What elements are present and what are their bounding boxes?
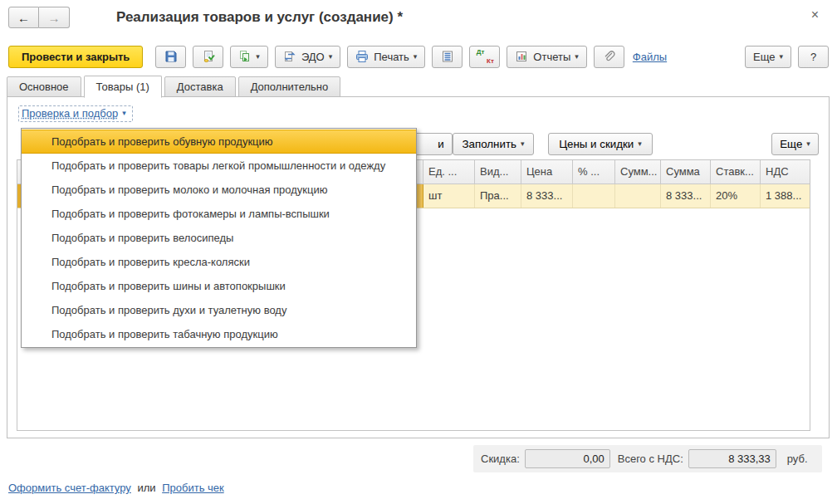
- report-chart-icon: [515, 50, 528, 63]
- cell-price[interactable]: 8 333...: [521, 184, 573, 208]
- menu-item[interactable]: Подобрать и проверить велосипеды: [22, 226, 416, 250]
- chevron-down-icon: [575, 53, 579, 61]
- tab-delivery[interactable]: Доставка: [164, 76, 236, 97]
- column-sum[interactable]: Сумма: [661, 160, 711, 183]
- menu-item[interactable]: Подобрать и проверить фотокамеры и лампы…: [22, 202, 416, 226]
- cell-kind[interactable]: Пра...: [475, 184, 521, 208]
- partially-hidden-button-label: и: [438, 138, 443, 150]
- register-list-icon: [441, 50, 454, 63]
- back-button[interactable]: ←: [8, 7, 39, 28]
- tab-bar: Основное Товары (1) Доставка Дополнитель…: [7, 75, 343, 97]
- reports-label: Отчеты: [533, 51, 570, 63]
- tab-main[interactable]: Основное: [7, 76, 81, 97]
- fill-label: Заполнить: [463, 138, 516, 150]
- close-icon[interactable]: ×: [811, 8, 819, 22]
- forward-arrow-icon: →: [48, 11, 61, 25]
- table-more-button[interactable]: Еще: [771, 133, 819, 155]
- currency-label: руб.: [787, 453, 808, 465]
- totals-bar: Скидка: 0,00 Всего с НДС: 8 333,33 руб.: [473, 445, 822, 472]
- post-document-button[interactable]: [193, 46, 223, 68]
- post-document-icon: [202, 50, 215, 63]
- edo-label: ЭДО: [301, 51, 325, 63]
- print-button[interactable]: Печать: [347, 46, 425, 68]
- menu-item[interactable]: Подобрать и проверить обувную продукцию: [22, 130, 416, 154]
- floppy-icon: [164, 50, 178, 63]
- debit-label: Дт: [477, 48, 485, 56]
- column-rate[interactable]: Ставк...: [711, 160, 761, 183]
- chevron-down-icon: [638, 140, 642, 148]
- attachments-button[interactable]: [594, 46, 624, 68]
- menu-item[interactable]: Подобрать и проверить кресла-коляски: [22, 250, 416, 274]
- back-arrow-icon: ←: [17, 11, 30, 25]
- post-and-close-button[interactable]: Провести и закрыть: [8, 46, 143, 68]
- menu-item[interactable]: Подобрать и проверить товары легкой пром…: [22, 154, 416, 178]
- reports-button[interactable]: Отчеты: [507, 46, 586, 68]
- paperclip-icon: [602, 50, 615, 63]
- cell-vat[interactable]: 1 388...: [761, 184, 810, 208]
- cell-percent[interactable]: [573, 184, 615, 208]
- column-unit[interactable]: Ед. ...: [423, 160, 475, 183]
- column-price[interactable]: Цена: [521, 160, 573, 183]
- total-with-vat-field[interactable]: 8 333,33: [688, 449, 776, 468]
- main-toolbar: Провести и закрыть ЭДО Печать Дт Кт Отче…: [8, 45, 829, 68]
- cell-sum-discount[interactable]: [615, 184, 661, 208]
- discount-field[interactable]: 0,00: [525, 449, 610, 468]
- total-with-vat-label: Всего с НДС:: [618, 453, 683, 465]
- edo-button[interactable]: ЭДО: [275, 46, 340, 68]
- table-more-label: Еще: [780, 138, 802, 150]
- accounting-entries-button[interactable]: Дт Кт: [469, 46, 500, 68]
- cell-sum[interactable]: 8 333...: [661, 184, 711, 208]
- column-vat[interactable]: НДС: [761, 160, 810, 183]
- menu-item[interactable]: Подобрать и проверить молоко и молочная …: [22, 178, 416, 202]
- cell-rate[interactable]: 20%: [711, 184, 761, 208]
- page-title: Реализация товаров и услуг (создание) *: [116, 9, 403, 26]
- copy-documents-icon: [238, 50, 252, 63]
- create-invoice-link[interactable]: Оформить счет-фактуру: [8, 482, 131, 494]
- forward-button[interactable]: →: [39, 7, 70, 28]
- printer-icon: [355, 50, 369, 63]
- or-text: или: [137, 482, 155, 494]
- prices-discounts-label: Цены и скидки: [559, 138, 634, 150]
- register-button[interactable]: [432, 46, 463, 68]
- check-and-select-dropdown: Подобрать и проверить обувную продукцию …: [21, 128, 417, 348]
- column-kind[interactable]: Вид...: [475, 160, 521, 183]
- chevron-down-icon: [806, 140, 810, 148]
- print-label: Печать: [374, 51, 409, 63]
- footer-actions: Оформить счет-фактуру или Пробить чек: [8, 482, 224, 494]
- chevron-down-icon: [779, 53, 783, 61]
- tab-goods[interactable]: Товары (1): [84, 76, 162, 98]
- prices-discounts-button[interactable]: Цены и скидки: [548, 133, 653, 155]
- check-and-select-label: Проверка и подбор: [22, 107, 118, 120]
- chevron-down-icon: [521, 140, 525, 148]
- menu-item[interactable]: Подобрать и проверить табачную продукцию: [22, 322, 416, 346]
- print-receipt-link[interactable]: Пробить чек: [162, 482, 224, 494]
- files-link[interactable]: Файлы: [633, 51, 667, 63]
- more-label: Еще: [753, 51, 775, 63]
- help-button[interactable]: ?: [798, 46, 829, 68]
- partially-hidden-button[interactable]: и: [411, 133, 453, 155]
- chevron-down-icon: [122, 110, 126, 117]
- column-sum-discount[interactable]: Сумм...: [615, 160, 661, 183]
- create-based-on-button[interactable]: [230, 46, 268, 68]
- nav-history-group: ← →: [8, 7, 70, 28]
- credit-label: Кт: [487, 57, 494, 65]
- chevron-down-icon: [256, 53, 260, 61]
- tab-additional[interactable]: Дополнительно: [238, 76, 341, 97]
- edo-exchange-icon: [283, 50, 296, 63]
- save-button[interactable]: [155, 46, 186, 68]
- chevron-down-icon: [414, 53, 418, 61]
- menu-item[interactable]: Подобрать и проверить шины и автопокрышк…: [22, 274, 416, 298]
- chevron-down-icon: [329, 53, 333, 61]
- more-button[interactable]: Еще: [745, 46, 791, 68]
- check-and-select-button[interactable]: Проверка и подбор: [18, 105, 133, 122]
- menu-item[interactable]: Подобрать и проверить духи и туалетную в…: [22, 298, 416, 322]
- fill-button[interactable]: Заполнить: [453, 133, 534, 155]
- debit-credit-icon: Дт Кт: [476, 48, 494, 65]
- discount-label: Скидка:: [481, 453, 520, 465]
- cell-unit[interactable]: шт: [423, 184, 475, 208]
- column-percent[interactable]: % ...: [573, 160, 615, 183]
